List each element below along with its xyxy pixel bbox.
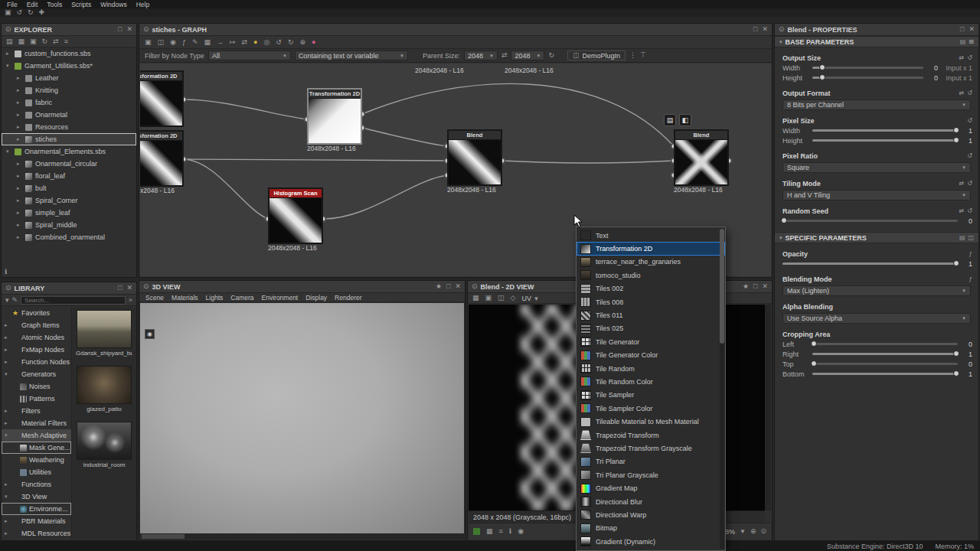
library-category[interactable]: Environme...	[2, 503, 71, 515]
channels-icon[interactable]: ≡	[499, 528, 503, 535]
new-package-icon[interactable]: ▤	[6, 38, 13, 45]
view3d-menu-item[interactable]: Display	[305, 294, 327, 302]
size-reset-icon[interactable]: ↻	[548, 52, 554, 59]
dropdown-item[interactable]: Tiles 008	[577, 295, 725, 308]
list-icon[interactable]: ▤	[959, 235, 965, 241]
lock-icon[interactable]: ⊙	[760, 528, 766, 535]
tree-item[interactable]: ▸ Spiral_Corner	[2, 194, 136, 207]
node-blend-1[interactable]: Blend	[447, 129, 502, 186]
parent-height-select[interactable]: 2048▼	[511, 51, 544, 60]
expand-arrow-icon[interactable]: ▾	[5, 371, 10, 377]
asset-item[interactable]: glazed_patio	[76, 366, 132, 412]
expand-arrow-icon[interactable]: ▸	[5, 408, 10, 414]
list-icon[interactable]: ▤	[960, 39, 966, 45]
dock-icon[interactable]: □	[118, 285, 122, 292]
reset-icon[interactable]: ↺	[967, 181, 972, 187]
tiling-icon[interactable]: ▦	[486, 528, 493, 535]
refresh-icon[interactable]: ↻	[42, 38, 48, 45]
expand-arrow-icon[interactable]: ▸	[5, 322, 10, 328]
library-category[interactable]: ▸ Graph Items	[2, 319, 71, 331]
function-icon[interactable]: ƒ	[969, 251, 972, 257]
expand-arrow-icon[interactable]: ▸	[17, 222, 22, 228]
link-icon[interactable]: ⇄	[959, 55, 965, 61]
edit-icon[interactable]: ✎	[12, 297, 18, 304]
pin-icon[interactable]: ⊙	[143, 26, 149, 33]
expand-arrow-icon[interactable]: ▸	[17, 99, 22, 106]
view3d-menu-item[interactable]: Camera	[230, 294, 253, 302]
library-category[interactable]: Patterns	[2, 393, 71, 405]
cropping-slider[interactable]	[812, 363, 958, 365]
more-icon[interactable]: ⋮	[629, 52, 636, 59]
close-icon[interactable]: ✕	[969, 26, 975, 33]
view3d-menu-item[interactable]: Scene	[145, 294, 164, 302]
tree-item[interactable]: ▸ floral_leaf	[2, 170, 136, 182]
expand-search-icon[interactable]: »	[129, 297, 132, 304]
save-all-icon[interactable]: ▣	[30, 38, 37, 45]
expand-arrow-icon[interactable]: ▸	[6, 51, 11, 57]
menu-item[interactable]: Scripts	[67, 1, 95, 8]
node-transformation2d-cut2[interactable]: nsformation 2D	[140, 130, 184, 187]
highlight-icon[interactable]: ●	[253, 39, 257, 46]
library-category[interactable]: ★ Favorites	[2, 307, 71, 319]
pin-icon[interactable]: ⊙	[143, 283, 149, 290]
dock-icon[interactable]: □	[753, 283, 757, 290]
view3d-menu-item[interactable]: Materials	[172, 294, 198, 302]
view2d-scrollbar[interactable]	[765, 305, 771, 510]
tree-item[interactable]: ▸ Onarmetal	[2, 109, 136, 121]
library-category[interactable]: ▸ FxMap Nodes	[2, 344, 71, 356]
reset-icon[interactable]: ↺	[967, 153, 972, 159]
link-create-icon[interactable]: →	[217, 39, 224, 46]
view3d-scrollbar[interactable]	[140, 533, 464, 540]
node-blend-2[interactable]: Blend	[674, 129, 729, 186]
expand-arrow-icon[interactable]: ▸	[5, 481, 10, 487]
dropdown-item[interactable]: Text	[577, 229, 725, 242]
expand-arrow-icon[interactable]: ▸	[17, 210, 22, 216]
library-category[interactable]: ▸ Function Nodes	[2, 356, 71, 368]
live-link-icon[interactable]: ●	[312, 39, 315, 46]
save-icon[interactable]: ▣	[5, 9, 11, 16]
close-icon[interactable]: ✕	[455, 283, 461, 290]
target-icon[interactable]: ◎	[264, 39, 270, 46]
grid-snap-icon[interactable]: ▦	[204, 39, 211, 46]
menu-item[interactable]: Edit	[23, 1, 42, 8]
node-histogram-scan[interactable]: Histogram Scan	[268, 187, 323, 244]
save-icon[interactable]: ▣	[145, 39, 152, 46]
pin-graph-icon[interactable]: ⊤	[640, 52, 646, 59]
menu-item[interactable]: Tools	[43, 1, 66, 8]
split-icon[interactable]: ◫	[498, 295, 505, 302]
filter-icon[interactable]: ▾	[5, 297, 9, 304]
library-category[interactable]: ▸ Functions	[2, 478, 71, 491]
redo-icon[interactable]: ↻	[28, 9, 34, 16]
random-seed-slider[interactable]	[782, 220, 958, 222]
star-icon[interactable]: ★	[436, 283, 442, 290]
dropdown-scrollbar[interactable]	[720, 229, 724, 549]
library-category[interactable]: Mask Gene...	[2, 442, 71, 454]
dropdown-item[interactable]: Tile Sampler Color	[577, 402, 725, 415]
pin-icon[interactable]: ⊙	[779, 26, 785, 33]
dropdown-item[interactable]: Tri Planar Grayscale	[577, 468, 725, 481]
library-category[interactable]: Noises	[2, 380, 71, 393]
pixel-width-slider[interactable]	[812, 129, 958, 132]
output-format-select[interactable]: 8 Bits per Channel▼	[782, 99, 971, 110]
undo-icon[interactable]: ↺	[17, 9, 23, 16]
dropdown-item[interactable]: terrace_near_the_granaries	[577, 256, 725, 269]
library-category[interactable]: ▸ Atomic Nodes	[2, 331, 71, 344]
expand-arrow-icon[interactable]: ▸	[5, 347, 10, 353]
pin-icon[interactable]: ⊙	[5, 285, 11, 292]
library-category[interactable]: ▾ Mesh Adaptive	[2, 429, 71, 442]
dropdown-item[interactable]: Trapezoid Transform	[577, 429, 725, 442]
edit-icon[interactable]: ✎	[192, 39, 198, 46]
dropdown-item[interactable]: Tiles 025	[577, 322, 725, 335]
output-height-slider[interactable]	[812, 77, 923, 79]
link-icon[interactable]: ⇄	[53, 38, 59, 45]
dropdown-item[interactable]: Tile Sampler	[577, 389, 725, 402]
new-icon[interactable]: ✚	[39, 9, 45, 16]
tiling-mode-select[interactable]: H and V Tiling▼	[782, 190, 971, 201]
pixel-ratio-select[interactable]: Square▼	[782, 162, 971, 173]
tree-item[interactable]: ▸ simple_leaf	[2, 207, 136, 219]
link-into-icon[interactable]: ↦	[230, 39, 236, 46]
library-category[interactable]: ▾ Generators	[2, 368, 71, 380]
undo-icon[interactable]: ↺	[276, 39, 282, 46]
tree-item[interactable]: ▾ Onarmental_Elements.sbs	[2, 145, 136, 158]
expand-arrow-icon[interactable]: ▸	[17, 161, 22, 167]
